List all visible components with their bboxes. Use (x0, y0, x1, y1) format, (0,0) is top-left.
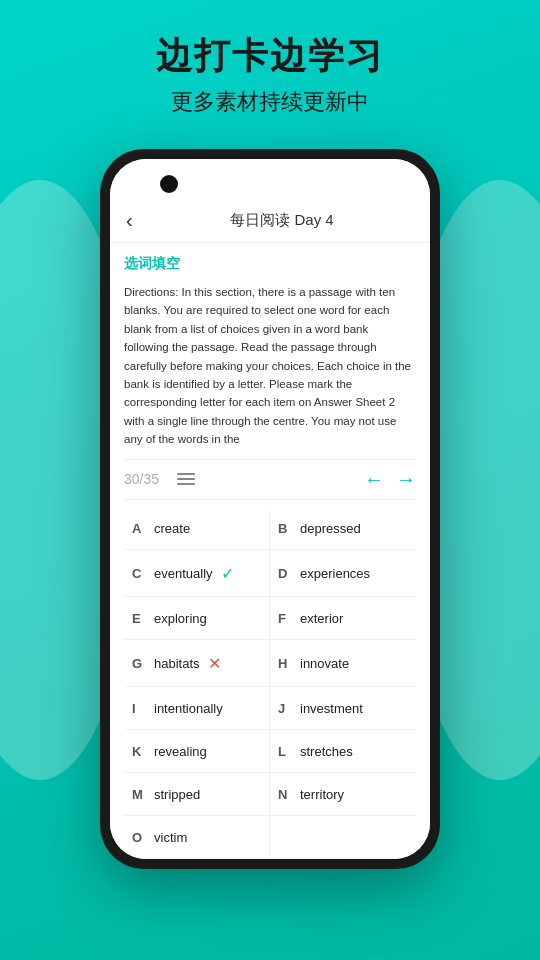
check-icon: ✓ (221, 564, 234, 583)
next-arrow[interactable]: → (396, 468, 416, 491)
word-letter: I (132, 701, 150, 716)
word-text: exterior (300, 611, 343, 626)
phone-camera (160, 175, 178, 193)
status-bar (110, 159, 430, 199)
word-text: create (154, 521, 190, 536)
word-item[interactable]: Ceventually✓ (124, 550, 270, 597)
content-area: 选词填空 Directions: In this section, there … (110, 243, 430, 859)
word-item[interactable]: Acreate (124, 508, 270, 551)
word-item[interactable]: Ovictim (124, 816, 270, 859)
progress-row: 30/35 ← → (124, 459, 416, 500)
section-label: 选词填空 (124, 255, 416, 273)
word-item[interactable]: Hinnovate (270, 640, 416, 687)
progress-text: 30/35 (124, 471, 159, 487)
word-letter: H (278, 656, 296, 671)
word-text: revealing (154, 744, 207, 759)
nav-arrows: ← → (364, 468, 416, 491)
word-item[interactable]: Bdepressed (270, 508, 416, 551)
word-text: victim (154, 830, 187, 845)
word-text: innovate (300, 656, 349, 671)
word-letter: M (132, 787, 150, 802)
word-letter: D (278, 566, 296, 581)
word-text: experiences (300, 566, 370, 581)
progress-total: /35 (140, 471, 159, 487)
menu-line-1 (177, 473, 195, 475)
word-item[interactable] (270, 816, 416, 859)
word-item[interactable]: Iintentionally (124, 687, 270, 730)
word-letter: N (278, 787, 296, 802)
word-item[interactable]: Ghabitats✕ (124, 640, 270, 687)
word-item[interactable]: Dexperiences (270, 550, 416, 597)
word-text: territory (300, 787, 344, 802)
word-item[interactable]: Jinvestment (270, 687, 416, 730)
progress-current: 30 (124, 471, 140, 487)
word-item[interactable]: Mstripped (124, 773, 270, 816)
passage-text: Directions: In this section, there is a … (124, 283, 416, 449)
word-text: depressed (300, 521, 361, 536)
word-letter: L (278, 744, 296, 759)
word-text: stretches (300, 744, 353, 759)
prev-arrow[interactable]: ← (364, 468, 384, 491)
menu-line-2 (177, 478, 195, 480)
phone-inner: ‹ 每日阅读 Day 4 选词填空 Directions: In this se… (110, 159, 430, 859)
nav-bar: ‹ 每日阅读 Day 4 (110, 199, 430, 243)
menu-icon[interactable] (177, 473, 195, 485)
word-text: eventually (154, 566, 213, 581)
word-text: exploring (154, 611, 207, 626)
word-letter: O (132, 830, 150, 845)
word-item[interactable]: Krevealing (124, 730, 270, 773)
word-text: habitats (154, 656, 200, 671)
cross-icon: ✕ (208, 654, 221, 673)
header: 边打卡边学习 更多素材持续更新中 (0, 0, 540, 133)
word-letter: E (132, 611, 150, 626)
word-text: investment (300, 701, 363, 716)
word-letter: A (132, 521, 150, 536)
header-subtitle: 更多素材持续更新中 (20, 87, 520, 117)
word-grid: AcreateBdepressedCeventually✓Dexperience… (124, 508, 416, 859)
word-letter: G (132, 656, 150, 671)
word-letter: F (278, 611, 296, 626)
phone-wrap: ‹ 每日阅读 Day 4 选词填空 Directions: In this se… (0, 149, 540, 869)
word-letter: K (132, 744, 150, 759)
word-item[interactable]: Nterritory (270, 773, 416, 816)
word-text: intentionally (154, 701, 223, 716)
word-letter: C (132, 566, 150, 581)
word-letter: J (278, 701, 296, 716)
phone-mockup: ‹ 每日阅读 Day 4 选词填空 Directions: In this se… (100, 149, 440, 869)
word-item[interactable]: Fexterior (270, 597, 416, 640)
back-button[interactable]: ‹ (126, 209, 150, 232)
word-item[interactable]: Eexploring (124, 597, 270, 640)
word-item[interactable]: Lstretches (270, 730, 416, 773)
nav-title: 每日阅读 Day 4 (150, 211, 414, 230)
header-title: 边打卡边学习 (20, 32, 520, 81)
word-text: stripped (154, 787, 200, 802)
word-letter: B (278, 521, 296, 536)
menu-line-3 (177, 483, 195, 485)
